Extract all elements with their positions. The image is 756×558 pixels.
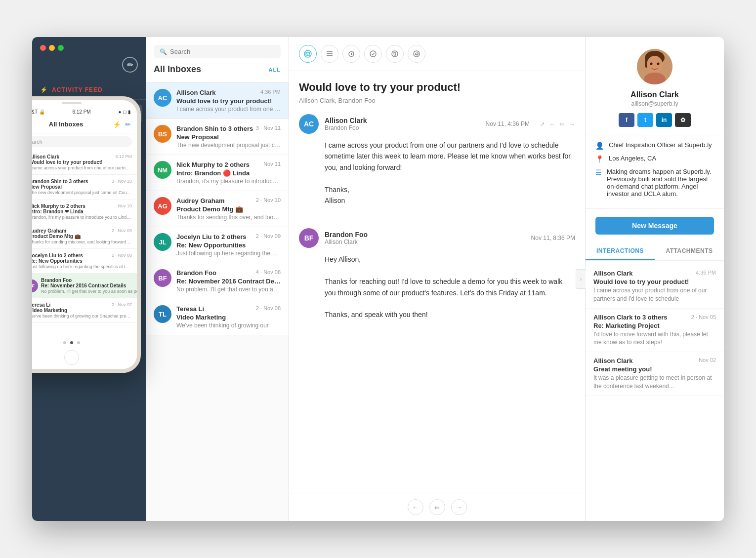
message-block: BF Brandon Foo Allison Clark Nov 11, 8:3… [299,228,575,320]
email-sender: Allison Clark [176,89,215,96]
interaction-item[interactable]: Allison Clark to 3 others 2 · Nov 05 Re:… [586,309,724,353]
all-link[interactable]: ALL [269,67,281,73]
interaction-sender: Allison Clark [593,357,632,364]
toolbar-list-button[interactable] [321,45,338,63]
reply-all-icon[interactable]: ⇐ [559,120,565,128]
interaction-preview: I came across your product from one of o… [593,286,716,303]
tab-attachments[interactable]: ATTACHMENTS [655,242,724,260]
interaction-time: 2 · Nov 05 [691,314,716,320]
contact-title-row: 👤 Chief Inspiration Officer at Superb.ly [595,141,714,150]
phone-email-subject: New Proposal [32,184,132,190]
email-time: 2 · Nov 09 [256,233,281,240]
phone-search-box[interactable]: 🔍 Search [32,136,132,147]
email-item[interactable]: BS Brandon Shin to 3 others 3 · Nov 11 N… [146,119,289,155]
activity-feed-icon: ⚡ [40,86,48,93]
email-content: Allison Clark 4:36 PM Would love to try … [176,89,281,113]
phone-email-item[interactable]: TL Teresa Li 2 · Nov 07 Video Marketing … [32,298,137,323]
reply-all-button[interactable]: ⇐ [429,499,445,515]
phone-email-time: 2 · Nov 09 [112,228,132,234]
phone-lightning-icon[interactable]: ⚡ [113,120,121,128]
phone-email-item[interactable]: ✓ BF Brandon Foo Nov 07 Re: November 201… [32,274,137,298]
tab-interactions[interactable]: INTERACTIONS [586,242,655,260]
interaction-time: 4:36 PM [696,270,716,277]
toolbar-alarm-button[interactable] [342,45,360,63]
phone-email-item[interactable]: JL Jocelyn Liu to 2 others 2 · Nov 08 Re… [32,249,137,274]
toolbar-message-button[interactable] [299,45,317,63]
minimize-traffic-light[interactable] [49,45,55,51]
phone-email-time: 3 · Nov 10 [112,179,132,184]
phone-email-content: Nick Murphy to 2 others Nov 10 Intro: Br… [32,203,132,220]
right-panel: › Al [586,37,724,521]
msg-sender-name: Allison Clark [325,117,480,124]
facebook-button[interactable]: f [619,113,634,127]
msg-timestamp: Nov 11, 8:36 PM [531,235,575,241]
phone-compose-icon[interactable]: ✏ [125,120,131,128]
toolbar-trash-button[interactable] [386,45,404,63]
toolbar-forward-button[interactable] [408,45,425,63]
phone-email-item[interactable]: AC Allison Clark 6:12 PM Would love to t… [32,150,137,175]
email-toolbar [289,37,585,71]
twitter-button[interactable]: t [637,113,653,127]
email-subject: Would love to try your product! [176,97,281,105]
email-item[interactable]: AC Allison Clark 4:36 PM Would love to t… [146,83,289,119]
phone-email-preview: Just following up here regarding the spe… [32,264,132,269]
search-input[interactable] [170,48,275,55]
phone-email-subject: Product Demo Mtg 💼 [32,234,132,239]
inbox-title-row: All Inboxes ALL [154,64,281,75]
interaction-header: Allison Clark Nov 02 [593,357,716,364]
phone-email-item[interactable]: NM Nick Murphy to 2 others Nov 10 Intro:… [32,199,137,224]
email-list-panel: 🔍 All Inboxes ALL AC Allison Clark 4:36 … [146,37,289,521]
phone-speaker [62,102,82,104]
email-item[interactable]: AG Audrey Graham 2 · Nov 10 Product Demo… [146,191,289,227]
sidebar-header: ✏ [32,57,146,80]
interaction-item[interactable]: Allison Clark Nov 02 Great meeting you! … [586,352,724,396]
linkedin-button[interactable]: in [656,113,672,127]
phone-email-time: Nov 10 [118,203,132,209]
close-traffic-light[interactable] [40,45,46,51]
svg-point-13 [650,63,653,65]
forward-icon[interactable]: → [569,120,575,128]
phone-speaker-area [32,100,137,106]
svg-rect-3 [327,53,333,54]
email-item[interactable]: NM Nick Murphy to 2 others Nov 11 Intro:… [146,155,289,191]
email-content: Brandon Foo 4 · Nov 08 Re: November 2016… [176,269,281,293]
reply-icon[interactable]: ← [549,120,555,128]
search-box[interactable]: 🔍 [154,45,281,58]
message-icon [304,50,312,58]
phone-dot-active [70,341,73,344]
phone-email-item[interactable]: AG Audrey Graham 2 · Nov 09 Product Demo… [32,224,137,249]
phone-email-subject: Video Marketing [32,308,132,313]
expand-panel-button[interactable]: › [576,269,586,289]
maximize-traffic-light[interactable] [58,45,64,51]
email-time: 4:36 PM [260,89,281,96]
reply-back-button[interactable]: ← [408,499,423,515]
phone-email-list: AC Allison Clark 6:12 PM Would love to t… [32,150,137,339]
email-subject: Video Marketing [176,314,281,321]
phone-email-sender: Allison Clark [32,154,59,159]
compose-button[interactable]: ✏ [122,57,138,73]
interaction-item[interactable]: Allison Clark 4:36 PM Would love to try … [586,265,724,309]
email-subject: Re: New Opportunities [176,241,281,249]
interaction-header: Allison Clark 4:36 PM [593,270,716,277]
email-item[interactable]: JL Jocelyn Liu to 2 others 2 · Nov 09 Re… [146,227,289,263]
email-item[interactable]: BF Brandon Foo 4 · Nov 08 Re: November 2… [146,263,289,299]
msg-body: I came across your product from one of o… [299,140,575,206]
phone-home-button[interactable] [64,350,79,365]
other-social-button[interactable]: ✿ [675,113,691,127]
traffic-lights [32,45,146,57]
phone-email-time: 6:12 PM [115,154,132,159]
phone-email-item[interactable]: BS Brandon Shin to 3 others 3 · Nov 10 N… [32,175,137,199]
share-icon[interactable]: ↗ [540,120,545,128]
phone-email-content: Teresa Li 2 · Nov 07 Video Marketing We'… [32,302,132,319]
phone-email-subject: Re: November 2016 Contract Details [41,283,137,288]
forward-button[interactable]: → [451,499,467,515]
email-subject: Product Demo Mtg 💼 [176,205,281,213]
email-item[interactable]: TL Teresa Li 2 · Nov 08 Video Marketing … [146,299,289,335]
toolbar-check-button[interactable] [364,45,382,63]
contact-bio-row: ☰ Making dreams happen at Superb.ly. Pre… [595,168,714,198]
avatar: AG [154,197,171,215]
new-message-button[interactable]: New Message [595,217,714,235]
location-icon: 📍 [595,155,604,163]
search-icon: 🔍 [160,48,167,55]
message-block: AC Allison Clark Brandon Foo Nov 11, 4:3… [299,114,575,206]
